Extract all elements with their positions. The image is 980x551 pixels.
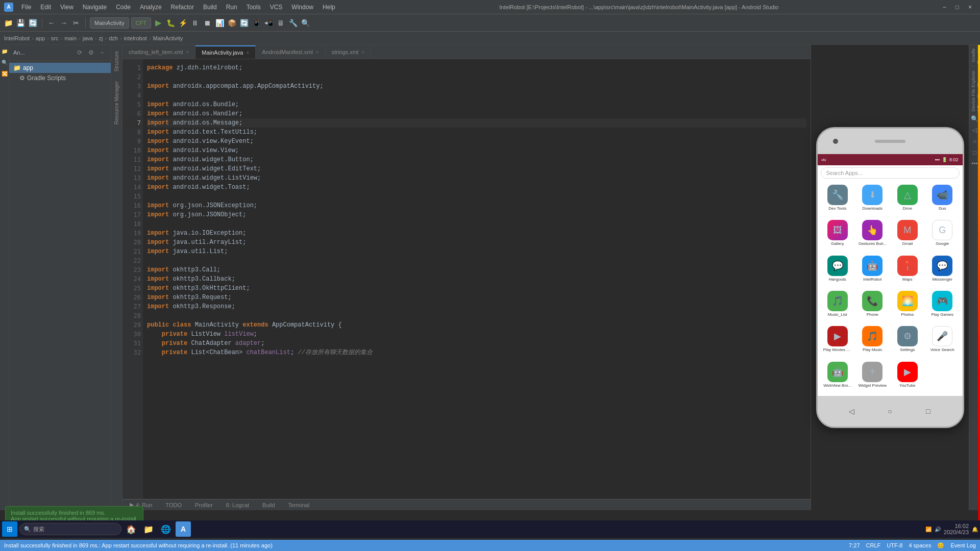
event-log-link[interactable]: Event Log <box>950 542 976 548</box>
phone-recents-button[interactable]: □ <box>922 405 934 417</box>
search-taskbar[interactable]: 🔍 搜索 <box>19 523 121 535</box>
sidebar-item-app[interactable]: 📁 app <box>9 63 111 73</box>
phone-search-bar[interactable]: Search Apps... <box>821 167 960 179</box>
breadcrumb-intelrobot2[interactable]: intelrobot <box>124 35 147 41</box>
status-charset[interactable]: UTF-8 <box>887 542 902 548</box>
toolbar-icon-15[interactable]: 🔍 <box>300 18 310 28</box>
sidebar-item-gradle[interactable]: ⚙ Gradle Scripts <box>9 73 111 83</box>
app-dev-tools[interactable]: 🔧 Dev Tools <box>821 183 855 217</box>
status-encoding[interactable]: CRLF <box>866 542 881 548</box>
toolbar-icon-1[interactable]: 📁 <box>3 18 13 28</box>
app-drive[interactable]: △ Drive <box>891 183 925 217</box>
toolbar-icon-10[interactable]: 🔄 <box>239 18 249 28</box>
breadcrumb-intelrobot[interactable]: IntelRobot <box>4 35 30 41</box>
toolbar-icon-12[interactable]: 📲 <box>263 18 274 28</box>
menu-analyze[interactable]: Analyze <box>136 3 166 12</box>
app-downloads[interactable]: ⬇ Downloads <box>855 183 890 217</box>
app-play-movies[interactable]: ▶ Play Movies &... <box>821 324 855 358</box>
sidebar-collapse-icon[interactable]: − <box>97 48 107 57</box>
menu-navigate[interactable]: Navigate <box>79 3 111 12</box>
gradle-tab[interactable]: Gradle <box>969 45 977 66</box>
breadcrumb-dzh[interactable]: dzh <box>109 35 118 41</box>
window-close[interactable]: × <box>964 3 976 12</box>
device-file-explorer-tab[interactable]: Device File Explorer <box>969 67 977 115</box>
window-minimize[interactable]: − <box>939 3 950 12</box>
start-button[interactable]: ⊞ <box>2 521 17 537</box>
menu-tools[interactable]: Tools <box>242 3 265 12</box>
tab-mainactivity[interactable]: MainActivity.java × <box>195 45 256 59</box>
menu-build[interactable]: Build <box>199 3 221 12</box>
app-messenger[interactable]: 💬 Messenger <box>925 254 960 288</box>
toolbar-icon-3[interactable]: 🔄 <box>28 18 38 28</box>
sidebar-sync-icon[interactable]: ⟳ <box>75 48 84 57</box>
menu-code[interactable]: Code <box>112 3 135 12</box>
toolbar-icon-6[interactable]: ⏸ <box>190 18 200 28</box>
menu-refactor[interactable]: Refactor <box>167 3 198 12</box>
tab-close-strings[interactable]: × <box>361 49 364 55</box>
tab-close-androidmanifest[interactable]: × <box>316 49 319 55</box>
taskbar-icon-2[interactable]: 📁 <box>141 521 156 537</box>
tab-close-mainactivity[interactable]: × <box>246 50 249 56</box>
menu-file[interactable]: File <box>17 3 35 12</box>
toolbar-icon-5[interactable]: ⚡ <box>178 18 188 28</box>
toolbar-icon-8[interactable]: 📊 <box>214 18 225 28</box>
toolbar-forward[interactable]: → <box>59 18 69 28</box>
toolbar-icon-11[interactable]: 📱 <box>251 18 261 28</box>
app-webview[interactable]: 🤖 WebView Bro... <box>821 360 855 394</box>
debug-button[interactable]: 🐛 <box>165 18 176 28</box>
phone-home-button[interactable]: ○ <box>884 405 896 417</box>
tab-logcat[interactable]: 6: Logcat <box>221 501 254 509</box>
tab-strings[interactable]: strings.xml × <box>326 45 371 59</box>
app-hangouts[interactable]: 💬 Hangouts <box>821 254 855 288</box>
app-intelrobot[interactable]: 🤖 IntelRobot <box>855 254 890 288</box>
menu-run[interactable]: Run <box>222 3 241 12</box>
toolbar-back[interactable]: ← <box>46 18 57 28</box>
app-photos[interactable]: 🌅 Photos <box>891 289 925 323</box>
tab-chatting[interactable]: chatting_left_item.xml × <box>122 45 195 59</box>
taskbar-android-studio[interactable]: A <box>176 521 191 537</box>
menu-help[interactable]: Help <box>318 3 339 12</box>
status-indent[interactable]: 4 spaces <box>909 542 931 548</box>
toolbar-icon-7[interactable]: ⏹ <box>202 18 212 28</box>
tab-androidmanifest[interactable]: AndroidManifest.xml × <box>256 45 326 59</box>
taskbar-icon-3[interactable]: 🌐 <box>158 521 174 537</box>
menu-view[interactable]: View <box>56 3 78 12</box>
app-play-music[interactable]: 🎵 Play Music <box>855 324 890 358</box>
code-editor[interactable]: package zj.dzh.intelrobot; import androi… <box>143 59 811 499</box>
menu-vcs[interactable]: VCS <box>266 3 287 12</box>
app-music-list[interactable]: 🎵 Music_List <box>821 289 855 323</box>
project-dropdown[interactable]: MainActivity <box>90 17 129 29</box>
activity-search-icon[interactable]: 🔍 <box>1 58 9 66</box>
breadcrumb-src[interactable]: src <box>51 35 59 41</box>
app-voice-search[interactable]: 🎤 Voice Search <box>925 324 960 358</box>
run-button[interactable]: ▶ <box>153 18 163 28</box>
toolbar-icon-2[interactable]: 💾 <box>15 18 26 28</box>
app-google[interactable]: G Google <box>925 218 960 252</box>
tab-todo[interactable]: TODO <box>160 501 187 509</box>
toolbar-icon-9[interactable]: 📦 <box>227 18 237 28</box>
left-tab-structure[interactable]: Structure <box>112 47 121 76</box>
left-tab-resource-manager[interactable]: Resource Manager <box>112 77 121 129</box>
app-widget-preview[interactable]: + Widget Preview <box>855 360 890 394</box>
breadcrumb-app[interactable]: app <box>36 35 45 41</box>
app-gmail[interactable]: M Gmail <box>891 218 925 252</box>
toolbar-icon-14[interactable]: 🔧 <box>288 18 298 28</box>
window-maximize[interactable]: □ <box>951 3 963 12</box>
app-gestures[interactable]: 👆 Gestures Buil... <box>855 218 890 252</box>
app-play-games[interactable]: 🎮 Play Games <box>925 289 960 323</box>
breadcrumb-zj[interactable]: zj <box>99 35 103 41</box>
app-phone[interactable]: 📞 Phone <box>855 289 890 323</box>
toolbar-icon-4[interactable]: ✂ <box>71 18 81 28</box>
tab-build[interactable]: Build <box>257 501 280 509</box>
tab-terminal[interactable]: Terminal <box>283 501 315 509</box>
app-settings[interactable]: ⚙ Settings <box>891 324 925 358</box>
menu-edit[interactable]: Edit <box>36 3 55 12</box>
tab-profiler[interactable]: Profiler <box>190 501 218 509</box>
breadcrumb-java[interactable]: java <box>83 35 93 41</box>
phone-back-button[interactable]: ◁ <box>846 405 858 417</box>
activity-project-icon[interactable]: 📁 <box>1 47 9 55</box>
menu-window[interactable]: Window <box>287 3 317 12</box>
toolbar-icon-13[interactable]: 🖥 <box>276 18 286 28</box>
taskbar-icon-1[interactable]: 🏠 <box>124 521 139 537</box>
app-gallery[interactable]: 🖼 Gallery <box>821 218 855 252</box>
